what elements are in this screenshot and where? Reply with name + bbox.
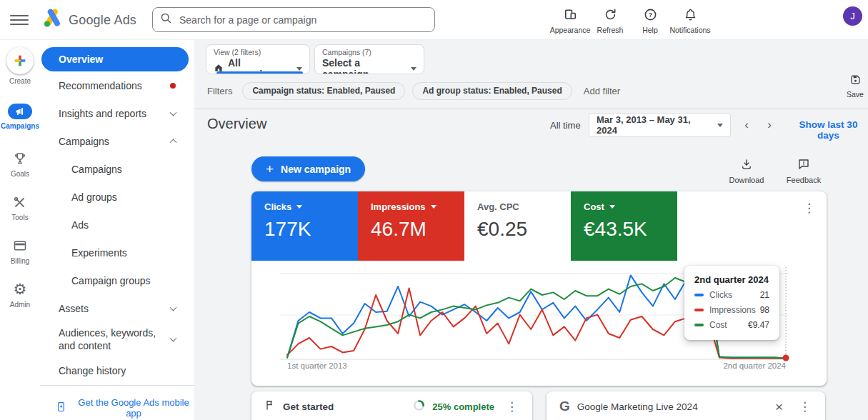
save-button[interactable]: Save [841, 73, 868, 99]
chevron-down-icon [411, 67, 416, 71]
google-ads-app: Google Ads Appearance Refresh ? Help [0, 0, 868, 420]
rail-item-campaigns[interactable]: Campaigns [1, 104, 39, 130]
rail-item-admin[interactable]: ⚙ Admin [10, 281, 30, 309]
sidebar-item-overview[interactable]: Overview [41, 47, 189, 71]
flag-icon [264, 399, 276, 414]
progress-label: 25% complete [432, 401, 494, 412]
new-campaign-button[interactable]: + New campaign [251, 156, 365, 181]
date-range-picker[interactable]: Mar 3, 2013 – May 31, 2024 [589, 113, 731, 137]
help-icon: ? [644, 8, 657, 24]
google-ads-logo-icon [41, 8, 63, 32]
svg-text:?: ? [648, 11, 652, 19]
card-overflow-menu[interactable]: ⋮ [799, 201, 819, 215]
chevron-up-icon [170, 139, 177, 146]
get-started-card[interactable]: Get started 25% complete ⋮ [251, 391, 532, 420]
date-range-prev-button[interactable]: ‹ [737, 116, 756, 134]
notifications-button[interactable]: Notifications [670, 5, 710, 37]
filters-row: Filters Campaign status: Enabled, Paused… [207, 81, 624, 100]
x-axis-start-label: 1st quarter 2013 [287, 361, 347, 370]
scorecard-impressions[interactable]: Impressions 46.7M [358, 191, 464, 261]
sidebar-footer: Get the Google Ads mobile app [40, 385, 194, 419]
sidebar-item-ad-groups[interactable]: Ad groups [40, 183, 194, 211]
search-input[interactable] [178, 14, 427, 26]
metric-value: €0.25 [477, 218, 571, 241]
notifications-icon [684, 8, 697, 24]
menu-icon[interactable] [10, 12, 29, 28]
close-icon[interactable]: × [771, 400, 787, 414]
tooltip-row-clicks: Clicks 21 [694, 290, 769, 300]
sidebar-item-ads[interactable]: Ads [40, 211, 194, 239]
date-range-next-button[interactable]: › [760, 116, 779, 134]
chevron-down-icon [170, 304, 177, 311]
chevron-down-icon [296, 67, 302, 71]
add-filter-button[interactable]: Add filter [579, 85, 624, 97]
search-icon [160, 12, 172, 27]
sidebar-item-change-history[interactable]: Change history [40, 356, 194, 384]
help-button[interactable]: ? Help [630, 5, 670, 37]
campaign-selector[interactable]: Campaigns (7) Select a campaign [314, 44, 424, 74]
account-avatar[interactable]: J [843, 6, 862, 26]
view-selector[interactable]: View (2 filters) All campaigns [206, 44, 310, 74]
feedback-button[interactable]: Feedback [782, 157, 826, 185]
filter-chip-campaign-status[interactable]: Campaign status: Enabled, Paused [242, 82, 405, 100]
top-bar: Google Ads Appearance Refresh ? Help [0, 0, 868, 40]
metric-value: €43.5K [584, 218, 677, 241]
tooltip-row-impressions: Impressions 98 [694, 305, 769, 315]
tooltip-row-cost: Cost €9.47 [694, 320, 769, 330]
rail-item-goals[interactable]: Goals [11, 150, 29, 178]
scorecard-avg-cpc[interactable]: Avg. CPC €0.25 [464, 191, 571, 261]
create-plus-icon [6, 47, 34, 74]
scorecard-cost[interactable]: Cost €43.5K [571, 191, 677, 261]
appearance-button[interactable]: Appearance [550, 5, 590, 37]
billing-card-icon [13, 237, 27, 254]
mobile-app-link[interactable]: Get the Google Ads mobile app [56, 397, 194, 419]
filter-chip-ad-group-status[interactable]: Ad group status: Enabled, Paused [412, 82, 572, 100]
plus-icon: + [266, 162, 274, 176]
global-search [152, 7, 435, 32]
save-icon [849, 74, 862, 88]
sidebar-item-audiences-keywords-content[interactable]: Audiences, keywords, and content [40, 322, 194, 356]
divider [194, 109, 868, 109]
sidebar-item-campaign-groups[interactable]: Campaign groups [40, 266, 194, 294]
metric-value: 46.7M [371, 218, 464, 241]
download-button[interactable]: Download [724, 157, 769, 185]
rail-item-create[interactable]: Create [6, 47, 34, 85]
rail-item-tools[interactable]: Tools [11, 194, 28, 221]
scorecard-clicks[interactable]: Clicks 177K [251, 191, 358, 261]
chevron-down-icon [717, 124, 723, 127]
card-title: Get started [283, 401, 334, 412]
tooltip-title: 2nd quarter 2024 [694, 274, 769, 285]
chevron-down-icon [609, 205, 615, 209]
show-last-30-days-link[interactable]: Show last 30 days [789, 119, 868, 141]
megaphone-icon [8, 104, 32, 119]
chevron-down-icon [170, 335, 177, 342]
sidebar-item-campaigns-sub[interactable]: Campaigns [40, 155, 194, 183]
cost-series-swatch [694, 324, 704, 326]
appearance-icon [564, 8, 577, 24]
card-overflow-menu[interactable]: ⋮ [502, 400, 522, 414]
date-range-shortcut-label: All time [550, 120, 581, 131]
rail-item-billing[interactable]: Billing [11, 237, 30, 265]
sidebar-item-insights-and-reports[interactable]: Insights and reports [40, 99, 194, 127]
feedback-icon [797, 158, 810, 173]
chevron-down-icon [170, 109, 177, 116]
sidebar: Overview Recommendations Insights and re… [40, 40, 194, 420]
tools-icon [13, 194, 26, 211]
refresh-button[interactable]: Refresh [590, 5, 630, 37]
card-title: Google Marketing Live 2024 [577, 401, 698, 412]
card-overflow-menu[interactable]: ⋮ [794, 400, 815, 414]
sidebar-item-campaigns[interactable]: Campaigns [40, 127, 194, 155]
scorecards: Clicks 177K Impressions 46.7M Avg. CPC €… [251, 191, 827, 261]
google-marketing-live-card[interactable]: G Google Marketing Live 2024 × ⋮ [547, 391, 825, 420]
x-axis-end-label: 2nd quarter 2024 [723, 361, 786, 370]
sidebar-item-experiments[interactable]: Experiments [40, 239, 194, 266]
gear-icon: ⚙ [14, 281, 27, 298]
metric-value: 177K [264, 218, 358, 241]
main-content: View (2 filters) All campaigns Campaigns… [194, 40, 868, 420]
filters-label: Filters [207, 86, 232, 96]
sidebar-item-recommendations[interactable]: Recommendations [40, 71, 194, 99]
mobile-phone-icon [56, 401, 66, 414]
page-title: Overview [207, 116, 266, 132]
brand-name: Google Ads [69, 13, 136, 28]
sidebar-item-assets[interactable]: Assets [40, 294, 194, 322]
